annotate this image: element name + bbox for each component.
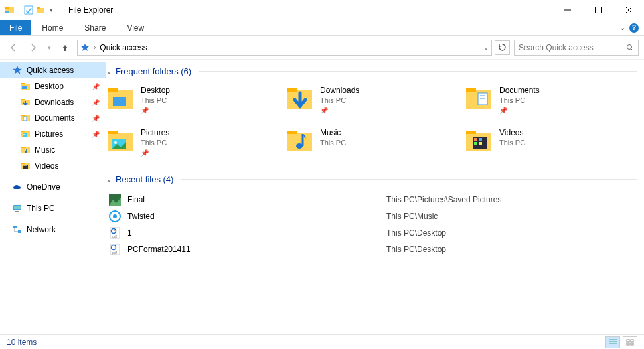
quick-access-toolbar: ▾ [4,4,63,16]
recent-file-path: This PC\Pictures\Saved Pictures [386,195,501,204]
folder-location: This PC [141,139,169,147]
network-icon [12,224,23,235]
folder-location: This PC [499,96,540,104]
svg-rect-41 [113,97,126,106]
sidebar-item-network[interactable]: Network [0,222,106,238]
nav-forward-button[interactable] [25,40,41,56]
view-details-button[interactable] [605,336,620,348]
svg-rect-38 [18,230,21,233]
sidebar-item-videos[interactable]: Videos [0,158,106,174]
qat-properties-icon[interactable] [23,5,34,15]
svg-rect-24 [23,133,27,137]
file-type-icon [109,194,121,206]
qat-newfolder-icon[interactable] [35,5,46,15]
sidebar-item-onedrive[interactable]: OneDrive [0,179,106,195]
collapse-icon[interactable]: ⌄ [106,68,112,75]
refresh-button[interactable] [495,40,510,55]
svg-rect-40 [108,88,118,92]
recent-files-title: Recent files (4) [116,174,173,184]
folder-item[interactable]: DesktopThis PC📌 [106,84,279,121]
search-input[interactable] [519,43,626,52]
recent-file-path: This PC\Desktop [386,228,446,238]
breadcrumb-chevron-icon[interactable]: › [94,44,96,51]
qat-dropdown-icon[interactable]: ▾ [47,7,56,13]
sidebar-item-downloads[interactable]: Downloads📌 [0,94,106,110]
navigation-bar: ▾ › Quick access ⌄ [0,36,644,60]
folder-item[interactable]: DownloadsThis PC📌 [285,84,458,121]
folder-item[interactable]: VideosThis PC [465,127,637,164]
folder-location: This PC [141,96,170,104]
svg-rect-75 [627,340,629,342]
sidebar-item-label: Quick access [27,66,74,75]
close-button[interactable] [613,0,644,20]
sidebar-item-pictures[interactable]: Pictures📌 [0,126,106,142]
nav-up-button[interactable] [57,40,73,56]
window-title: File Explorer [68,5,113,15]
music-large-icon [285,127,313,155]
minimize-button[interactable] [552,0,583,20]
ribbon-tab-home[interactable]: Home [31,20,74,35]
ribbon-tab-file[interactable]: File [0,20,31,35]
folder-location: This PC [499,139,525,147]
sidebar-item-documents[interactable]: Documents📌 [0,110,106,126]
svg-rect-37 [13,226,17,228]
pin-icon: 📌 [92,115,100,122]
svg-rect-57 [466,131,476,134]
sidebar-item-label: Pictures [35,129,63,139]
sidebar-item-label: Downloads [35,98,74,107]
sidebar-item-quick-access[interactable]: Quick access [0,62,106,78]
music-icon [20,145,31,155]
search-box[interactable] [514,40,639,56]
svg-point-11 [627,44,632,49]
title-bar: ▾ File Explorer [0,0,644,20]
recent-file-path: This PC\Music [386,212,438,221]
svg-rect-77 [627,343,629,345]
svg-rect-15 [21,83,25,84]
help-icon[interactable]: ? [629,23,639,33]
svg-rect-18 [21,99,25,100]
recent-files-header[interactable]: ⌄ Recent files (4) [106,172,637,190]
recent-file-row[interactable]: pdfPCFormat201411This PC\Desktop [106,241,637,257]
svg-rect-2 [5,11,9,13]
recent-file-row[interactable]: FinalThis PC\Pictures\Saved Pictures [106,191,637,208]
ribbon-tab-view[interactable]: View [116,20,155,35]
view-large-icons-button[interactable] [623,336,637,348]
svg-rect-4 [37,8,44,13]
pictures-large-icon [106,127,134,155]
maximize-button[interactable] [583,0,613,20]
collapse-icon[interactable]: ⌄ [106,176,112,183]
nav-recent-dropdown[interactable]: ▾ [45,40,53,56]
svg-rect-7 [596,7,602,13]
svg-marker-10 [81,44,89,51]
ribbon-expand-icon[interactable]: ⌄ [619,23,625,32]
folder-location: This PC [320,139,346,147]
ribbon-tab-share[interactable]: Share [74,20,116,35]
sidebar-item-label: Desktop [35,82,64,91]
sidebar-item-desktop[interactable]: Desktop📌 [0,78,106,94]
sidebar-item-music[interactable]: Music [0,142,106,158]
svg-rect-54 [287,131,297,134]
svg-point-52 [114,141,117,144]
svg-point-65 [113,214,117,218]
recent-file-row[interactable]: TwistedThis PC\Music [106,208,637,224]
navigation-pane: Quick accessDesktop📌Downloads📌Documents📌… [0,60,106,336]
recent-file-row[interactable]: pdf1This PC\Desktop [106,224,637,241]
svg-rect-27 [21,147,25,148]
file-type-icon: pdf [109,227,121,239]
content-pane: ⌄ Frequent folders (6) DesktopThis PC📌Do… [106,60,644,336]
svg-line-12 [631,49,633,51]
file-type-icon [109,210,121,222]
folder-item[interactable]: PicturesThis PC📌 [106,127,279,164]
nav-back-button[interactable] [5,40,21,56]
address-bar[interactable]: › Quick access ⌄ [77,40,492,56]
pin-icon: 📌 [92,83,100,90]
folder-item[interactable]: MusicThis PC [285,127,458,164]
svg-rect-36 [15,211,19,212]
status-bar: 10 items [0,334,644,349]
svg-rect-59 [474,138,477,141]
folder-item[interactable]: DocumentsThis PC📌 [465,84,637,121]
search-icon[interactable] [626,44,634,52]
address-dropdown-icon[interactable]: ⌄ [483,44,489,51]
sidebar-item-this-pc[interactable]: This PC [0,200,106,216]
frequent-folders-header[interactable]: ⌄ Frequent folders (6) [106,64,637,82]
